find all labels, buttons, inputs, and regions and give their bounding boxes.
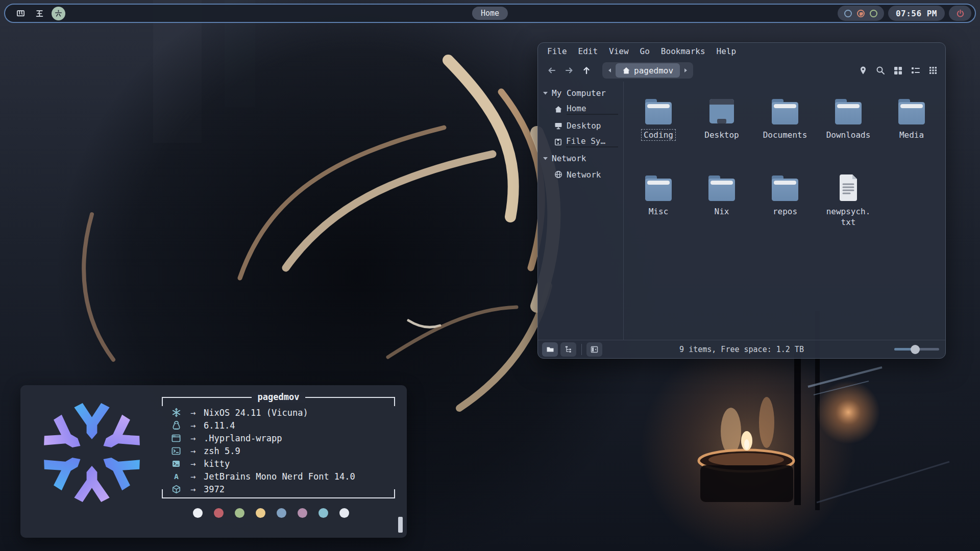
fetch-row-kernel: → 6.11.4 bbox=[170, 419, 395, 432]
sidebar-item-home[interactable]: Home bbox=[538, 101, 623, 117]
home-icon bbox=[554, 106, 562, 113]
icon-view-icon[interactable] bbox=[894, 66, 902, 75]
path-segment-home[interactable]: pagedmov bbox=[616, 63, 680, 78]
sidebar-item-label: Home bbox=[567, 104, 618, 115]
sidebar-group-label: Network bbox=[552, 154, 586, 163]
sidebar-item-desktop[interactable]: Desktop bbox=[538, 117, 623, 134]
file-item-documents[interactable]: Documents bbox=[753, 96, 817, 173]
file-item-downloads[interactable]: Downloads bbox=[817, 96, 880, 173]
file-item-misc[interactable]: Misc bbox=[627, 173, 690, 249]
forward-arrow-icon bbox=[565, 66, 574, 74]
back-button[interactable] bbox=[543, 63, 560, 78]
workspace-6-active[interactable] bbox=[52, 7, 65, 20]
file-item-repos[interactable]: repos bbox=[753, 173, 817, 249]
fetch-packages-value: 3972 bbox=[204, 484, 225, 494]
arrow-glyph: → bbox=[185, 433, 201, 443]
path-location-label: pagedmov bbox=[634, 66, 673, 76]
file-item-media[interactable]: Media bbox=[880, 96, 943, 173]
zoom-slider-knob[interactable] bbox=[911, 345, 920, 354]
font-icon: A bbox=[172, 472, 181, 481]
kanji-four-icon bbox=[16, 9, 25, 18]
up-arrow-icon bbox=[582, 66, 591, 75]
file-label: newpsych.txt bbox=[822, 206, 875, 228]
sidebar-group-my-computer[interactable]: My Computer bbox=[538, 85, 623, 101]
menu-file[interactable]: File bbox=[547, 46, 567, 58]
folder-icon bbox=[644, 173, 673, 202]
menu-go[interactable]: Go bbox=[640, 46, 650, 58]
sidebar-item-network[interactable]: Network bbox=[538, 166, 623, 183]
menu-view[interactable]: View bbox=[609, 46, 629, 58]
fetch-shell-value: zsh 5.9 bbox=[204, 446, 240, 456]
tray-circle-green[interactable] bbox=[870, 10, 877, 17]
folder-icon bbox=[897, 96, 926, 125]
folder-icon bbox=[834, 96, 863, 125]
path-prev-chevron[interactable] bbox=[603, 63, 616, 78]
tree-icon bbox=[565, 345, 572, 353]
power-icon bbox=[956, 9, 965, 18]
zoom-slider[interactable] bbox=[894, 345, 939, 354]
filesystem-drive-icon bbox=[554, 138, 562, 146]
terminal-color-palette bbox=[193, 508, 349, 518]
status-bar: 9 items, Free space: 1.2 TB bbox=[538, 340, 945, 358]
fetch-row-wm: → .Hyprland-wrapp bbox=[170, 432, 395, 444]
toolbar: pagedmov bbox=[538, 59, 945, 82]
tray-orange-quarter bbox=[860, 12, 863, 16]
places-pane-button[interactable] bbox=[542, 342, 558, 357]
search-icon[interactable] bbox=[876, 66, 885, 75]
palette-dot-2 bbox=[235, 508, 244, 518]
folder-pane-icon bbox=[546, 346, 554, 353]
folder-icon bbox=[771, 96, 799, 125]
file-item-coding[interactable]: Coding bbox=[627, 96, 690, 173]
terminal-cursor bbox=[398, 517, 403, 533]
file-item-desktop[interactable]: Desktop bbox=[690, 96, 753, 173]
menu-bar: File Edit View Go Bookmarks Help bbox=[538, 43, 945, 59]
power-button[interactable] bbox=[949, 6, 971, 21]
nixos-logo bbox=[39, 399, 145, 506]
sidebar-group-network[interactable]: Network bbox=[538, 150, 623, 166]
workspace-4[interactable] bbox=[14, 7, 28, 20]
up-button[interactable] bbox=[578, 63, 595, 78]
sidebar-item-label: Network bbox=[567, 170, 601, 180]
fetch-row-font: A → JetBrains Mono Nerd Font 14.0 bbox=[170, 470, 395, 483]
workspace-switcher bbox=[9, 7, 65, 20]
fetch-row-os: → NixOS 24.11 (Vicuna) bbox=[170, 406, 395, 419]
tray-circle-orange[interactable] bbox=[857, 10, 865, 17]
home-icon bbox=[622, 67, 630, 74]
compact-view-icon[interactable] bbox=[929, 66, 937, 74]
file-item-newpsych-txt[interactable]: newpsych.txt bbox=[817, 173, 880, 249]
chevron-left-icon bbox=[607, 68, 611, 73]
workspace-5[interactable] bbox=[33, 7, 46, 20]
menu-bookmarks[interactable]: Bookmarks bbox=[661, 46, 705, 58]
tray-circle-blue[interactable] bbox=[844, 10, 852, 17]
directory-tree-button[interactable] bbox=[560, 342, 576, 357]
palette-dot-5 bbox=[298, 508, 307, 518]
fetch-row-shell: → zsh 5.9 bbox=[170, 444, 395, 457]
file-label: repos bbox=[770, 206, 800, 217]
clock[interactable]: 07:56 PM bbox=[888, 6, 945, 21]
sidebar-item-filesystem[interactable]: File Sy… bbox=[538, 134, 623, 150]
fetch-row-packages: → 3972 bbox=[170, 483, 395, 495]
focused-window-title[interactable]: Home bbox=[472, 7, 508, 20]
file-label: Desktop bbox=[702, 129, 741, 141]
sidebar-item-label: Desktop bbox=[567, 121, 601, 131]
toggle-side-pane-button[interactable] bbox=[586, 342, 602, 357]
status-separator bbox=[581, 344, 582, 355]
list-view-icon[interactable] bbox=[911, 66, 920, 74]
fetch-kernel-value: 6.11.4 bbox=[204, 420, 235, 431]
file-label: Nix bbox=[712, 206, 732, 217]
tray-indicators[interactable] bbox=[838, 6, 884, 21]
forward-button[interactable] bbox=[560, 63, 578, 78]
nix-snowflake-icon bbox=[172, 408, 181, 417]
fetch-os-value: NixOS 24.11 (Vicuna) bbox=[204, 408, 308, 418]
path-next-chevron[interactable] bbox=[680, 63, 692, 78]
menu-help[interactable]: Help bbox=[717, 46, 737, 58]
file-item-nix[interactable]: Nix bbox=[690, 173, 753, 249]
palette-dot-0 bbox=[193, 508, 203, 518]
menu-edit[interactable]: Edit bbox=[578, 46, 598, 58]
location-pin-icon[interactable] bbox=[859, 66, 867, 76]
file-label: Media bbox=[897, 129, 926, 141]
file-view[interactable]: Coding Desktop Documents bbox=[624, 82, 945, 340]
file-label: Misc bbox=[646, 206, 671, 217]
svg-text:A: A bbox=[174, 472, 179, 481]
palette-dot-6 bbox=[318, 508, 328, 518]
